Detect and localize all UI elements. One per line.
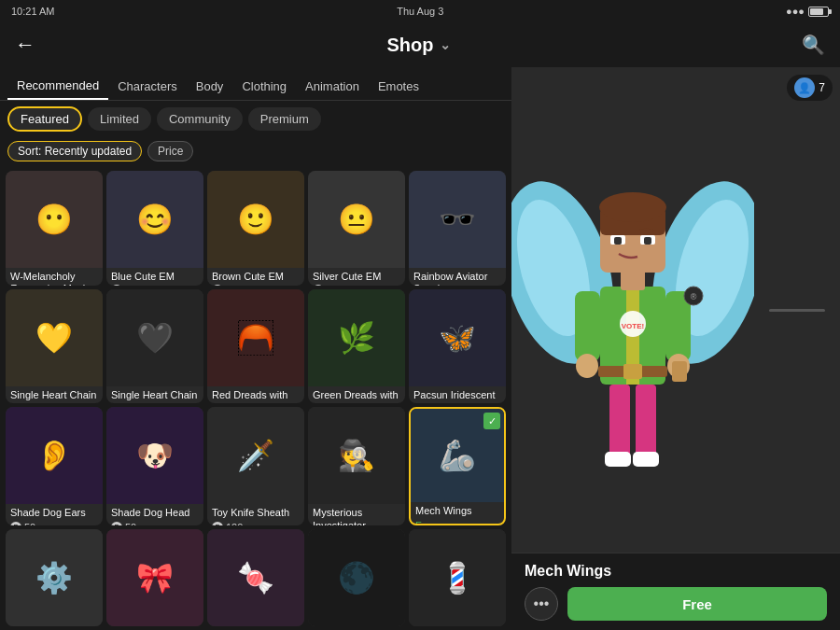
item-card[interactable]: 🖤✓Single Heart Chain EarringR50 <box>106 289 203 404</box>
item-card[interactable]: 🐶✓Shade Dog HeadR50 <box>106 407 203 525</box>
item-icon: 🦋 <box>439 320 476 356</box>
bottom-info: Mech Wings ••• Free <box>511 553 840 630</box>
status-bar: 10:21 AM Thu Aug 3 ●●● <box>0 0 840 22</box>
signal-indicator: ●●● <box>786 6 805 17</box>
item-card[interactable]: 🕵️✓Mysterious InvestigatorR65 <box>308 407 405 525</box>
item-icon: 🐶 <box>136 438 174 473</box>
item-icon: 🗡️ <box>237 438 274 473</box>
battery-icon <box>808 7 829 17</box>
sort-button[interactable]: Sort: Recently updated <box>7 141 142 161</box>
main-layout: Recommended Characters Body Clothing Ani… <box>0 67 840 630</box>
shop-title: Shop <box>387 35 434 56</box>
item-icon: 😐 <box>338 202 375 237</box>
item-icon: 🍬 <box>237 560 274 595</box>
item-card[interactable]: ⚙️✓ <box>6 529 103 626</box>
item-actions: ••• Free <box>525 587 827 621</box>
svg-point-14 <box>576 354 598 378</box>
status-right: ●●● <box>786 6 829 17</box>
svg-point-21 <box>599 192 666 222</box>
filter-limited[interactable]: Limited <box>88 107 151 131</box>
filter-featured[interactable]: Featured <box>7 106 82 132</box>
item-name: Mech Wings <box>415 505 499 517</box>
item-icon: ⚙️ <box>35 560 73 595</box>
tab-characters[interactable]: Characters <box>108 73 187 100</box>
item-icon: 🖤 <box>136 320 174 356</box>
more-options-button[interactable]: ••• <box>525 587 558 621</box>
selected-item-name: Mech Wings <box>525 563 827 580</box>
status-time: 10:21 AM <box>11 6 54 17</box>
item-icon: 🦾 <box>439 438 476 473</box>
search-button[interactable]: 🔍 <box>802 34 825 56</box>
filter-tabs: Featured Limited Community Premium <box>0 101 511 137</box>
item-card[interactable]: 🙂✓Brown Cute EMR65 <box>207 171 304 286</box>
item-name: Rainbow Aviator Sunglasses <box>413 271 501 286</box>
item-name: Silver Cute EM <box>313 271 400 283</box>
tab-emotes[interactable]: Emotes <box>369 73 428 100</box>
item-card[interactable]: 🌿✓Green Dreads with beadsR80 <box>308 289 405 404</box>
item-name: Shade Dog Head <box>111 507 199 519</box>
item-icon: 🦰 <box>237 320 274 356</box>
item-card[interactable]: 🦋✓Pacsun Iridescent FlameR125 <box>409 289 506 404</box>
item-name: Shade Dog Ears <box>10 507 98 519</box>
item-icon: 🕵️ <box>338 438 375 473</box>
svg-rect-12 <box>575 291 600 361</box>
item-card[interactable]: 🕶️✓Rainbow Aviator SunglassesR25 <box>409 171 506 286</box>
item-card[interactable]: 😐✓Silver Cute EMR65 <box>308 171 405 286</box>
item-card[interactable]: 🦾✓Mech WingsFree <box>409 407 506 525</box>
price-value: 50 <box>125 522 136 525</box>
item-card[interactable]: 🌑✓ <box>308 529 405 626</box>
item-card[interactable]: 🍬✓ <box>207 529 304 626</box>
item-name: Red Dreads with beads <box>212 389 300 404</box>
robux-icon: R <box>212 522 223 525</box>
left-panel: Recommended Characters Body Clothing Ani… <box>0 67 511 630</box>
tab-recommended[interactable]: Recommended <box>7 73 108 100</box>
tab-body[interactable]: Body <box>187 73 233 100</box>
tab-clothing[interactable]: Clothing <box>232 73 296 100</box>
item-name: Single Heart Chain Earring <box>10 389 98 404</box>
price-value: 50 <box>24 522 35 525</box>
svg-rect-16 <box>672 361 687 382</box>
item-icon: 👂 <box>35 438 73 473</box>
filter-community[interactable]: Community <box>157 107 243 131</box>
item-card[interactable]: 😶✓W-Melancholy Expressive MaskR65 <box>6 171 103 286</box>
item-price: Free <box>415 520 499 525</box>
get-item-button[interactable]: Free <box>567 587 827 621</box>
svg-rect-25 <box>644 237 651 245</box>
filter-premium[interactable]: Premium <box>248 107 321 131</box>
chevron-down-icon[interactable]: ⌄ <box>440 37 451 52</box>
item-icon: 🌿 <box>338 320 375 356</box>
item-name: Pacsun Iridescent Flame <box>413 389 501 404</box>
sort-bar: Sort: Recently updated Price <box>0 137 511 167</box>
item-name: Green Dreads with beads <box>313 389 400 404</box>
free-label: Free <box>415 520 437 525</box>
item-icon: 💈 <box>439 560 476 595</box>
header-title: Shop ⌄ <box>387 35 451 56</box>
item-card[interactable]: 😊✓Blue Cute EMR65 <box>106 171 203 286</box>
back-button[interactable]: ← <box>15 33 35 57</box>
price-value: 120 <box>226 522 243 525</box>
price-button[interactable]: Price <box>147 141 193 161</box>
item-name: W-Melancholy Expressive Mask <box>10 271 98 286</box>
item-card[interactable]: 🗡️✓Toy Knife SheathR120 <box>207 407 304 525</box>
item-name: Toy Knife Sheath <box>212 507 300 519</box>
item-icon: 😶 <box>35 202 73 237</box>
character-view: VOTE! ® <box>511 67 840 553</box>
item-icon: 😊 <box>136 202 174 237</box>
tab-animation[interactable]: Animation <box>296 73 369 100</box>
svg-rect-4 <box>609 385 630 459</box>
item-card[interactable]: 💈✓ <box>409 529 506 626</box>
header: ← Shop ⌄ 🔍 <box>0 22 840 67</box>
svg-text:®: ® <box>691 292 697 301</box>
item-icon: 💛 <box>35 320 73 356</box>
item-card[interactable]: 👂✓Shade Dog EarsR50 <box>6 407 103 525</box>
right-panel: 👤 7 <box>511 67 840 630</box>
item-card[interactable]: 🦰✓Red Dreads with beadsR80 <box>207 289 304 404</box>
items-grid: 😶✓W-Melancholy Expressive MaskR65😊✓Blue … <box>0 167 511 630</box>
svg-text:VOTE!: VOTE! <box>622 322 644 330</box>
nav-tabs: Recommended Characters Body Clothing Ani… <box>0 67 511 101</box>
item-card[interactable]: 💛✓Single Heart Chain EarringR50 <box>6 289 103 404</box>
robux-icon: R <box>10 522 21 525</box>
robux-icon: R <box>111 522 122 525</box>
item-price: R50 <box>111 522 199 525</box>
item-card[interactable]: 🎀✓ <box>106 529 203 626</box>
